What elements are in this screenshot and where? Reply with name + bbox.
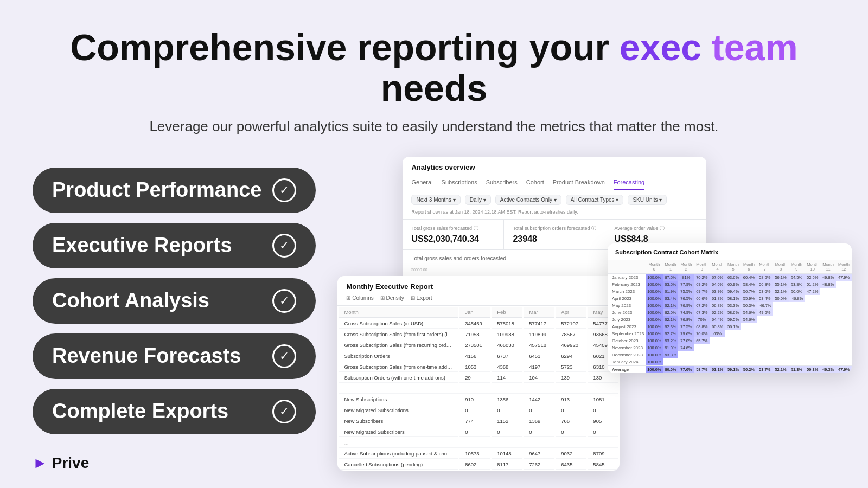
cohort-cell: 65.7% <box>694 337 710 344</box>
row-cell: 8709 <box>588 449 618 459</box>
row-cell: 0 <box>556 406 586 415</box>
row-cell: 1081 <box>588 395 618 404</box>
cohort-cell: 52.1% <box>773 288 789 295</box>
cohort-cell <box>789 351 805 358</box>
cohort-cell: 64.4% <box>710 316 725 323</box>
cohort-cell <box>773 330 789 337</box>
tab-subscriptions[interactable]: Subscriptions <box>442 176 477 190</box>
cohort-cell: 93.5% <box>663 281 679 288</box>
cohort-col-header: Month 4 <box>710 260 725 274</box>
row-cell: 10573 <box>459 449 490 459</box>
cohort-cell <box>741 323 757 330</box>
cohort-row: November 2023100.0%91.0%74.6% <box>608 344 852 351</box>
filter-sku-units[interactable]: SKU Units ▾ <box>628 195 667 205</box>
row-cell: 1053 <box>459 362 490 372</box>
tab-product-breakdown[interactable]: Product Breakdown <box>553 176 605 190</box>
hero-section: Comprehensive reporting your exec team n… <box>0 0 868 146</box>
cohort-cell <box>820 358 836 366</box>
feature-pill-cohort-analysis[interactable]: Cohort Analysis ✓ <box>33 278 316 324</box>
tab-forecasting[interactable]: Forecasting <box>614 176 644 190</box>
exec-report-title: Monthly Executive Report <box>346 282 611 291</box>
cohort-cell <box>820 323 836 330</box>
analytics-title: Analytics overview <box>411 163 698 171</box>
row-cell: 345459 <box>459 319 490 329</box>
row-cell: 0 <box>524 406 554 415</box>
cohort-cell: 60.8% <box>710 323 725 330</box>
cohort-row-label: January 2024 <box>608 358 646 366</box>
cohort-cell: 60.4% <box>741 273 757 281</box>
row-label: Gross Subscription Sales (from recurring… <box>339 341 458 350</box>
cohort-cell <box>805 344 820 351</box>
cohort-cell <box>805 337 820 344</box>
tab-cohort[interactable]: Cohort <box>526 176 544 190</box>
cohort-row: January 2023100.0%87.5%81%70.2%67.0%63.6… <box>608 273 852 281</box>
feature-pill-complete-exports[interactable]: Complete Exports ✓ <box>33 389 316 434</box>
action-export[interactable]: ⊞ Export <box>411 295 432 301</box>
cohort-cell: 69.2% <box>694 281 710 288</box>
row-cell: 9647 <box>524 449 554 459</box>
feature-label-revenue-forecasts: Revenue Forecasts <box>52 344 241 368</box>
cohort-cell: 63.1% <box>710 365 725 373</box>
cohort-cell: 56.8% <box>757 281 773 288</box>
metric-value: 23948 <box>513 234 596 244</box>
exec-report-header: Monthly Executive Report ⊞ Columns⊞ Dens… <box>337 276 620 306</box>
cohort-cell <box>773 337 789 344</box>
row-label: Gross Subscription Sales (from one-time … <box>339 362 458 372</box>
cohort-cell: 93.2% <box>663 337 679 344</box>
cohort-cell <box>836 351 852 358</box>
cohort-cell <box>836 316 852 323</box>
cohort-row: January 2024100.0% <box>608 358 852 366</box>
row-label: Gross Subscription Sales (in USD) <box>339 319 458 329</box>
cohort-cell: -46.8% <box>789 295 805 302</box>
table-row: Active Subscriptions (including paused &… <box>339 449 618 459</box>
cohort-cell: 63% <box>710 330 725 337</box>
cohort-cell: 49.5% <box>757 309 773 316</box>
feature-pill-executive-reports[interactable]: Executive Reports ✓ <box>33 223 316 268</box>
feature-pill-revenue-forecasts[interactable]: Revenue Forecasts ✓ <box>33 333 316 379</box>
row-cell: 0 <box>588 406 618 415</box>
cohort-cell: 100.0% <box>646 316 662 323</box>
cohort-col-header: Month 3 <box>694 260 710 274</box>
tab-subscribers[interactable]: Subscribers <box>486 176 518 190</box>
cohort-col-header: Month 5 <box>725 260 741 274</box>
cohort-cell <box>741 337 757 344</box>
filter-daily[interactable]: Daily ▾ <box>465 195 491 205</box>
row-cell: 4197 <box>524 362 554 372</box>
row-cell: 1152 <box>492 416 522 426</box>
hero-title: Comprehensive reporting your exec team n… <box>43 27 825 108</box>
cohort-cell <box>805 295 820 302</box>
cohort-cell <box>773 323 789 330</box>
action-columns[interactable]: ⊞ Columns <box>346 295 373 301</box>
tab-general[interactable]: General <box>411 176 432 190</box>
row-label: New Subscriptions <box>339 395 458 404</box>
cohort-col-header: Month 2 <box>678 260 694 274</box>
row-separator: ... <box>339 438 618 448</box>
row-cell: 469920 <box>556 341 586 350</box>
cohort-col-header: Month 8 <box>773 260 789 274</box>
table-row: New Subscriptions910135614429131081 <box>339 395 618 404</box>
cohort-cell: 77.5% <box>678 323 694 330</box>
cohort-cell: 92.3% <box>663 323 679 330</box>
logo: ► Prive <box>33 454 89 472</box>
feature-pill-product-performance[interactable]: Product Performance ✓ <box>33 168 316 213</box>
cohort-cell <box>836 323 852 330</box>
table-row: Gross Subscription Sales (from one-time … <box>339 362 618 372</box>
cohort-cell <box>820 337 836 344</box>
cohort-cell <box>741 344 757 351</box>
table-row: New Subscribers77411521369766905 <box>339 416 618 426</box>
filter-all-contract-types[interactable]: All Contract Types ▾ <box>566 195 624 205</box>
cohort-cell: 93.3% <box>663 351 679 358</box>
filter-next-3-months[interactable]: Next 3 Months ▾ <box>411 195 460 205</box>
filter-active-contracts-only[interactable]: Active Contracts Only ▾ <box>495 195 561 205</box>
cohort-cell <box>694 351 710 358</box>
cohort-row-label: November 2023 <box>608 344 646 351</box>
cohort-cell <box>805 351 820 358</box>
metric-label: Average order value ⓘ <box>614 225 698 232</box>
cohort-cell <box>757 337 773 344</box>
row-cell: 9032 <box>556 449 586 459</box>
action-density[interactable]: ⊞ Density <box>380 295 404 301</box>
cohort-row: August 2023100.0%92.3%77.5%68.8%60.8%56.… <box>608 323 852 330</box>
feature-label-product-performance: Product Performance <box>52 178 261 202</box>
metric-box: Total gross sales forecasted ⓘ US$2,030,… <box>403 220 504 249</box>
cohort-cell <box>757 344 773 351</box>
